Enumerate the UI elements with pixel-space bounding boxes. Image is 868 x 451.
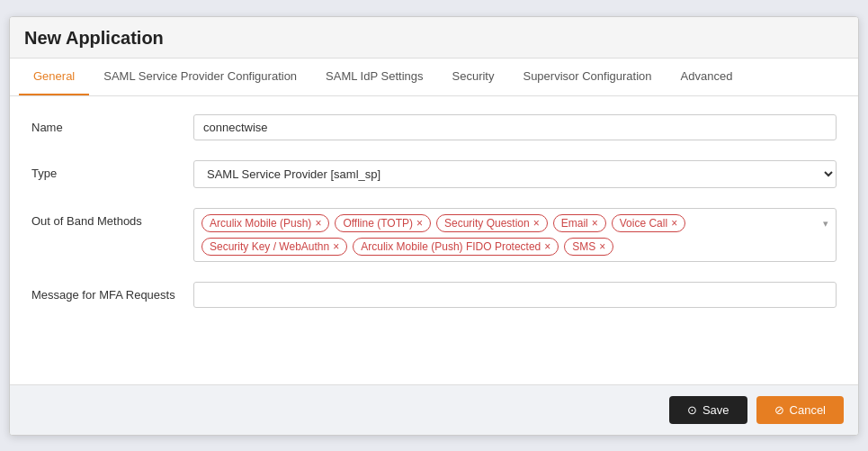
tag-remove-security-key[interactable]: × (333, 241, 339, 252)
tag-label-arculix-push: Arculix Mobile (Push) (210, 217, 311, 230)
tag-label-security-question: Security Question (444, 217, 530, 230)
tag-remove-email[interactable]: × (592, 218, 598, 229)
application-window: New Application GeneralSAML Service Prov… (9, 16, 859, 436)
tag-email: Email× (553, 214, 606, 232)
tag-voice-call: Voice Call× (612, 214, 685, 232)
tag-sms: SMS× (564, 238, 613, 256)
save-icon: ⊙ (687, 403, 697, 417)
tag-remove-arculix-push[interactable]: × (315, 218, 321, 229)
name-control (193, 114, 837, 140)
oob-control: Arculix Mobile (Push)×Offline (TOTP)×Sec… (193, 208, 837, 262)
tag-label-security-key: Security Key / WebAuthn (210, 240, 329, 253)
cancel-icon: ⊘ (774, 403, 784, 417)
tab-supervisor[interactable]: Supervisor Configuration (508, 59, 666, 95)
oob-multiselect[interactable]: Arculix Mobile (Push)×Offline (TOTP)×Sec… (193, 208, 837, 262)
tag-remove-offline-totp[interactable]: × (416, 218, 423, 229)
tag-remove-security-question[interactable]: × (533, 218, 540, 229)
tab-general[interactable]: General (19, 59, 89, 95)
tag-remove-arculix-fido[interactable]: × (544, 241, 550, 252)
tab-saml-idp[interactable]: SAML IdP Settings (311, 59, 437, 95)
tag-arculix-fido: Arculix Mobile (Push) FIDO Protected× (353, 238, 559, 256)
name-row: Name (31, 114, 837, 140)
window-title: New Application (10, 17, 858, 59)
tag-label-email: Email (561, 217, 588, 230)
tag-arculix-push: Arculix Mobile (Push)× (201, 214, 329, 232)
tag-remove-voice-call[interactable]: × (671, 218, 677, 229)
cancel-label: Cancel (790, 403, 826, 417)
tag-offline-totp: Offline (TOTP)× (335, 214, 431, 232)
form-body: Name Type SAML Service Provider [saml_sp… (10, 96, 858, 384)
tag-remove-sms[interactable]: × (599, 241, 605, 252)
save-button[interactable]: ⊙ Save (669, 396, 747, 424)
save-label: Save (702, 403, 729, 417)
type-select[interactable]: SAML Service Provider [saml_sp] (193, 160, 837, 188)
tag-label-sms: SMS (572, 240, 595, 253)
type-control: SAML Service Provider [saml_sp] (193, 160, 837, 188)
tag-label-arculix-fido: Arculix Mobile (Push) FIDO Protected (361, 240, 541, 253)
type-row: Type SAML Service Provider [saml_sp] (31, 160, 837, 188)
footer: ⊙ Save ⊘ Cancel (10, 384, 858, 435)
cancel-button[interactable]: ⊘ Cancel (756, 396, 844, 424)
tag-label-voice-call: Voice Call (620, 217, 667, 230)
tag-security-question: Security Question× (436, 214, 548, 232)
tag-label-offline-totp: Offline (TOTP) (343, 217, 413, 230)
tab-bar: GeneralSAML Service Provider Configurati… (10, 59, 858, 96)
dropdown-arrow-icon: ▾ (823, 218, 828, 230)
mfa-row: Message for MFA Requests (31, 282, 837, 308)
name-input[interactable] (193, 114, 837, 140)
mfa-control (193, 282, 837, 308)
tab-saml-sp[interactable]: SAML Service Provider Configuration (89, 59, 311, 95)
name-label: Name (31, 114, 193, 134)
mfa-label: Message for MFA Requests (31, 282, 193, 302)
oob-row: Out of Band Methods Arculix Mobile (Push… (31, 208, 837, 262)
tab-security[interactable]: Security (438, 59, 509, 95)
oob-label: Out of Band Methods (31, 208, 193, 228)
tag-security-key: Security Key / WebAuthn× (201, 238, 347, 256)
mfa-input[interactable] (193, 282, 837, 308)
tab-advanced[interactable]: Advanced (667, 59, 747, 95)
type-label: Type (31, 160, 193, 180)
